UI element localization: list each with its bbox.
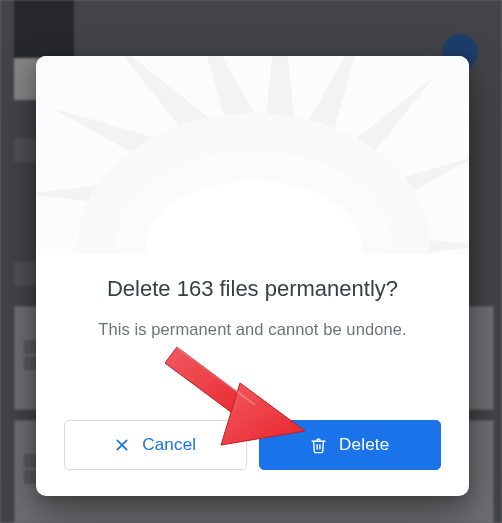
delete-button-label: Delete <box>339 435 389 455</box>
dialog-actions: Cancel Delete <box>64 384 441 470</box>
cancel-button-label: Cancel <box>142 435 196 455</box>
dialog-content: Delete 163 files permanently? This is pe… <box>36 254 469 496</box>
delete-confirmation-dialog: Delete 163 files permanently? This is pe… <box>36 56 469 496</box>
trash-icon <box>310 437 327 454</box>
close-icon <box>114 437 130 453</box>
dialog-subtitle: This is permanent and cannot be undone. <box>64 320 441 339</box>
sunburst-icon <box>84 76 424 254</box>
dialog-title: Delete 163 files permanently? <box>64 276 441 302</box>
dialog-hero-graphic <box>36 56 469 254</box>
cancel-button[interactable]: Cancel <box>64 420 247 470</box>
delete-button[interactable]: Delete <box>259 420 442 470</box>
